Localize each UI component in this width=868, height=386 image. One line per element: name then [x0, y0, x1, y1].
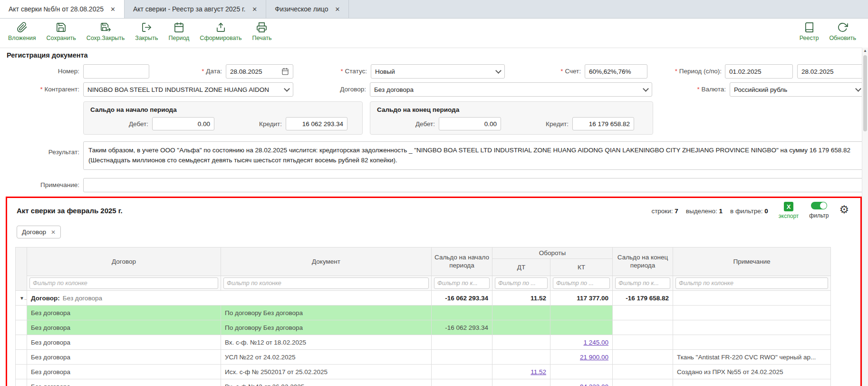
saldo-end-credit-input[interactable] [572, 117, 634, 130]
cell-saldo-end [613, 365, 673, 379]
close-button[interactable]: Закрыть [130, 22, 163, 41]
number-input[interactable] [83, 64, 149, 79]
account-input[interactable] [585, 64, 647, 79]
cell-saldo-start: -16 062 293.34 [432, 320, 492, 335]
amount-link[interactable]: 94 232.00 [580, 383, 608, 386]
table-row[interactable]: Без договора Вх. с-ф №43 от 26.02.2025 9… [16, 379, 831, 386]
column-header-saldo-end[interactable]: Сальдо на конец периода [613, 247, 673, 276]
registry-label: Реестр [800, 35, 819, 41]
close-icon[interactable]: ✕ [335, 6, 340, 13]
registry-button[interactable]: Реестр [794, 22, 824, 41]
contractor-select[interactable]: NINGBO BOA STEEL LTD INDUSTRIAL ZONE HUA… [83, 82, 293, 97]
cell-note: Создано из ПРХ №55 от 24.02.2025 [673, 365, 831, 379]
table-row[interactable]: Без договора УСЛ №22 от 24.02.2025 21 90… [16, 350, 831, 365]
cell-note [673, 306, 831, 320]
filter-input-kt[interactable] [553, 277, 610, 289]
period-label: Период [169, 35, 190, 41]
column-header-kt[interactable]: КТ [550, 259, 613, 276]
note-input[interactable] [83, 178, 865, 192]
column-header-note[interactable]: Примечание [673, 247, 831, 276]
currency-select[interactable]: Российский рубль [730, 82, 865, 97]
filter-toggle[interactable]: фильтр [809, 202, 829, 219]
grid-counters: строки: 7 выделено: 1 в фильтре: 0 [651, 208, 768, 215]
print-button[interactable]: Печать [247, 22, 277, 41]
cell-document: УСЛ №22 от 24.02.2025 [221, 350, 432, 365]
date-input[interactable]: 28.08.2025 [226, 64, 293, 79]
close-icon[interactable]: ✕ [51, 229, 56, 236]
refresh-button[interactable]: Обновить [824, 22, 861, 41]
date-label: Дата: [162, 64, 222, 79]
save-icon [56, 22, 67, 33]
cell-contract: Без договора [27, 335, 221, 350]
group-row-title: Договор:Без договора [27, 291, 432, 306]
saldo-start-debit-input[interactable] [152, 117, 214, 130]
tab-label: Физическое лицо [275, 5, 328, 13]
filter-input-dt[interactable] [495, 277, 548, 289]
filter-input-saldo-end[interactable] [615, 277, 670, 289]
cell-contract: Без договора [27, 379, 221, 386]
period-button[interactable]: Период [164, 22, 195, 41]
column-header-document[interactable]: Документ [221, 247, 432, 276]
contract-select[interactable]: Без договора [370, 82, 652, 97]
generate-button[interactable]: Сформировать [194, 22, 247, 41]
calendar-icon[interactable] [281, 68, 289, 75]
generate-icon [215, 22, 226, 33]
save-button[interactable]: Сохранить [41, 22, 81, 41]
filter-input-document[interactable] [223, 277, 429, 289]
tab-act-sverki[interactable]: Акт сверки №б/н от 28.08.2025 ✕ [0, 0, 125, 18]
group-note [673, 291, 831, 306]
tab-fizicheskoe-lico[interactable]: Физическое лицо ✕ [266, 0, 349, 18]
credit-label: Кредит: [214, 120, 286, 128]
cell-document: Вх. с-ф. №12 от 18.02.2025 [221, 335, 432, 350]
scrollbar-thumb[interactable] [863, 55, 867, 131]
filter-input-saldo-start[interactable] [434, 277, 490, 289]
export-label: экспорт [779, 213, 799, 219]
table-row[interactable]: Без договора По договору Без договора [16, 306, 831, 320]
result-text: Таким образом, в учете ООО "Альфа" по со… [83, 141, 865, 170]
toolbar: Вложения Сохранить Сохр.Закрыть Закрыть … [0, 19, 868, 51]
debit-label: Дебет: [90, 120, 152, 128]
chevron-down-icon [855, 86, 861, 92]
table-row[interactable]: Без договора Вх. с-ф. №12 от 18.02.2025 … [16, 335, 831, 350]
column-header-saldo-start[interactable]: Сальдо на начало периода [432, 247, 492, 276]
table-row[interactable]: Без договора По договору Без договора -1… [16, 320, 831, 335]
print-label: Печать [252, 35, 271, 41]
attachments-button[interactable]: Вложения [3, 22, 41, 41]
period-from-input[interactable] [725, 64, 793, 79]
registry-icon [804, 22, 815, 33]
period-to-input[interactable] [797, 64, 865, 79]
close-icon[interactable]: ✕ [252, 6, 257, 13]
vertical-scrollbar[interactable]: ▲ [862, 48, 868, 386]
cell-dt [492, 320, 550, 335]
group-row[interactable]: ▼ Договор:Без договора -16 062 293.34 11… [16, 291, 831, 306]
filter-input-note[interactable] [675, 277, 828, 289]
filter-chip-dogovor[interactable]: Договор ✕ [17, 226, 61, 238]
export-button[interactable]: X экспорт [779, 202, 799, 219]
toggle-on-icon[interactable] [811, 202, 827, 209]
table-row[interactable]: Без договора Исх. с-ф № 2502017 от 25.02… [16, 365, 831, 379]
filter-input-contract[interactable] [29, 277, 218, 289]
amount-link[interactable]: 11.52 [530, 368, 546, 376]
cell-saldo-end [613, 335, 673, 350]
column-header-dt[interactable]: ДТ [492, 259, 550, 276]
scroll-up-icon[interactable]: ▲ [862, 49, 868, 53]
cell-saldo-start [432, 306, 492, 320]
excel-export-icon: X [784, 202, 793, 211]
currency-value: Российский рубль [734, 86, 787, 93]
amount-link[interactable]: 1 245.00 [583, 339, 608, 346]
rows-counter: строки: 7 [651, 208, 678, 215]
status-select[interactable]: Новый [371, 64, 505, 79]
gear-icon[interactable]: ⚙ [839, 204, 849, 215]
saldo-start-box: Сальдо на начало периода Дебет: Кредит: [83, 101, 363, 135]
tab-act-sverki-reestr[interactable]: Акт сверки - Реестр за август 2025 г. ✕ [125, 0, 266, 18]
save-close-button[interactable]: Сохр.Закрыть [81, 22, 130, 41]
result-label: Результат: [14, 145, 79, 159]
collapse-icon[interactable]: ▼ [16, 291, 27, 306]
saldo-start-credit-input[interactable] [286, 117, 347, 130]
column-header-contract[interactable]: Договор [27, 247, 221, 276]
saldo-end-debit-input[interactable] [439, 117, 501, 130]
generate-label: Сформировать [200, 35, 241, 41]
amount-link[interactable]: 21 900.00 [580, 354, 608, 361]
saldo-end-title: Сальдо на конец периода [377, 106, 646, 113]
close-icon[interactable]: ✕ [110, 6, 116, 13]
